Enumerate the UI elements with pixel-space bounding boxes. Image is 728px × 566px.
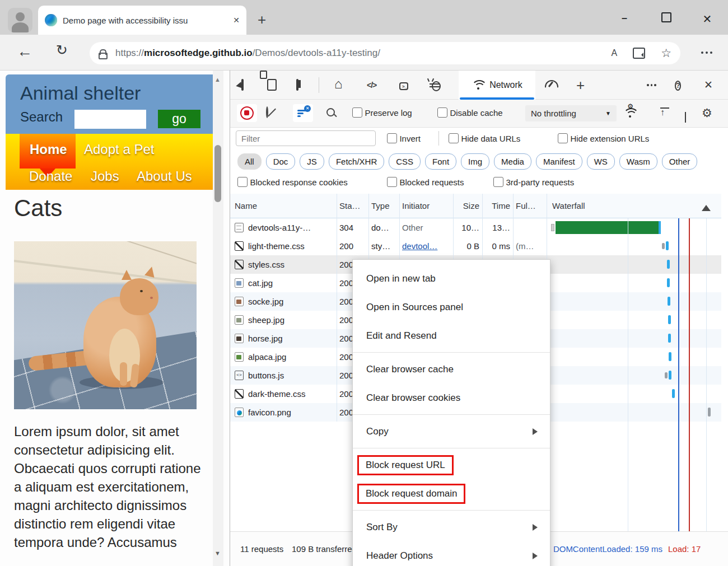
menu-item-clear-browser-cache[interactable]: Clear browser cache [353, 355, 550, 383]
column-header-waterfall[interactable]: Waterfall [552, 194, 720, 218]
browser-tab[interactable]: Demo page with accessibility issu ✕ [38, 6, 246, 35]
column-header-time[interactable]: Time [485, 194, 510, 218]
filter-pill-img[interactable]: Img [461, 153, 489, 170]
nav-link-jobs[interactable]: Jobs [91, 169, 119, 184]
user-avatar[interactable] [8, 8, 32, 32]
waterfall-wait-tick [662, 243, 665, 249]
read-aloud-icon[interactable]: A [612, 48, 618, 58]
menu-item-open-in-new-tab[interactable]: Open in new tab [353, 264, 550, 293]
refresh-button[interactable]: ↻ [56, 42, 68, 58]
blocked-requests-checkbox[interactable]: Blocked requests [387, 177, 464, 188]
cell-full [516, 218, 545, 237]
nav-link-about-us[interactable]: About Us [137, 169, 192, 184]
window-titlebar: Demo page with accessibility issu ✕ + – … [0, 0, 728, 35]
search-input[interactable] [74, 110, 146, 129]
menu-item-open-in-sources-panel[interactable]: Open in Sources panel [353, 293, 550, 321]
help-icon[interactable]: ? [675, 80, 681, 91]
filter-pill-doc[interactable]: Doc [266, 153, 296, 170]
settings-gear-icon[interactable]: ⚙ [702, 106, 712, 120]
column-header-name[interactable]: Name [235, 194, 334, 218]
filter-pill-manifest[interactable]: Manifest [536, 153, 582, 170]
menu-item-header-options[interactable]: Header Options [353, 541, 550, 566]
blocked-response-cookies-checkbox[interactable]: Blocked response cookies [237, 177, 348, 188]
cell-status: 200 [339, 237, 366, 255]
filter-pill-font[interactable]: Font [425, 153, 456, 170]
activity-bar-icon[interactable] [296, 80, 298, 90]
submenu-arrow-icon [533, 553, 541, 559]
menu-item-block-request-domain[interactable]: Block request domain [353, 479, 550, 508]
export-har-icon[interactable] [685, 112, 686, 122]
filter-pill-fetch-xhr[interactable]: Fetch/XHR [329, 153, 384, 170]
nav-link-adopt-a-pet[interactable]: Adopt a Pet [84, 142, 154, 157]
column-header-size[interactable]: Size [454, 194, 479, 218]
waterfall-tick [668, 334, 671, 343]
more-tools-icon[interactable] [647, 84, 656, 86]
record-button[interactable] [237, 104, 257, 122]
new-tab-button[interactable]: + [258, 13, 266, 26]
tab-network[interactable]: Network [459, 71, 535, 100]
filter-pill-wasm[interactable]: Wasm [619, 153, 657, 170]
menu-item-clear-browser-cookies[interactable]: Clear browser cookies [353, 383, 550, 412]
disable-cache-checkbox[interactable]: Disable cache [437, 107, 503, 118]
minimize-button[interactable]: – [616, 12, 633, 24]
close-devtools-icon[interactable]: ✕ [704, 78, 713, 91]
image-file-icon [235, 315, 244, 325]
nav-link-home[interactable]: Home [30, 142, 67, 157]
column-header-status[interactable]: Sta… [339, 194, 366, 218]
initiator-link[interactable]: devtool… [402, 241, 437, 251]
invert-checkbox[interactable]: Invert [387, 133, 421, 144]
console-panel-icon[interactable]: >_ [399, 80, 408, 90]
go-button[interactable]: go [158, 110, 200, 128]
close-window-button[interactable]: ✕ [699, 12, 716, 26]
sort-ascending-icon[interactable] [702, 200, 711, 211]
menu-item-block-request-url[interactable]: Block request URL [353, 451, 550, 479]
home-panel-icon[interactable]: ⌂ [334, 78, 343, 90]
menu-item-sort-by[interactable]: Sort By [353, 513, 550, 541]
maximize-button[interactable] [658, 12, 675, 25]
throttling-select[interactable]: No throttling ▼ [525, 105, 617, 121]
tab-close-icon[interactable]: ✕ [233, 16, 240, 25]
address-bar[interactable]: https://microsoftedge.github.io/Demos/de… [90, 42, 680, 64]
filter-input[interactable] [236, 130, 376, 146]
add-panel-icon[interactable]: + [576, 77, 585, 94]
filter-pill-css[interactable]: CSS [389, 153, 421, 170]
clear-icon[interactable] [266, 107, 268, 118]
red-highlight-box: Block request domain [357, 484, 465, 504]
immersive-reader-icon[interactable] [633, 48, 645, 59]
filter-toggle-button[interactable]: ✕ [293, 104, 313, 122]
filter-pill-ws[interactable]: WS [587, 153, 615, 170]
scroll-up-icon[interactable]: ▲ [214, 76, 221, 83]
table-row-devtools-a11y[interactable]: devtools-a11y-…304do…Other10…13… [230, 218, 721, 237]
favorites-star-icon[interactable]: ☆ [661, 46, 671, 60]
scrollbar-thumb[interactable] [214, 145, 221, 202]
nav-link-donate[interactable]: Donate [29, 169, 72, 184]
filter-pill-all[interactable]: All [237, 153, 262, 170]
waterfall-tick [667, 260, 670, 269]
3rd-party-requests-checkbox[interactable]: 3rd-party requests [493, 177, 574, 188]
filter-pill-other[interactable]: Other [662, 153, 698, 170]
sources-panel-icon[interactable]: </> [367, 81, 376, 90]
table-row-light-theme-css[interactable]: light-theme.css200sty…devtool…0 B0 ms(m… [230, 237, 721, 255]
nav-item-home[interactable]: Home [20, 134, 76, 169]
script-file-icon: <> [235, 371, 244, 380]
column-header-full[interactable]: Ful… [516, 194, 545, 218]
hide-extension-urls-checkbox[interactable]: Hide extension URLs [558, 133, 649, 144]
url-host: microsoftedge.github.io [144, 48, 253, 58]
preserve-log-checkbox[interactable]: Preserve log [352, 107, 412, 118]
type-filter-pills: AllDocJSFetch/XHRCSSFontImgMediaManifest… [230, 150, 728, 172]
back-button[interactable]: ← [17, 43, 32, 60]
filter-pill-media[interactable]: Media [494, 153, 531, 170]
menu-item-edit-and-resend[interactable]: Edit and Resend [353, 321, 550, 350]
menu-item-copy[interactable]: Copy [353, 417, 550, 446]
table-header[interactable]: NameSta…TypeInitiatorSizeTimeFul…Waterfa… [230, 194, 728, 218]
page-scrollbar[interactable]: ▲ ▼ [213, 71, 223, 566]
inspect-tool-icon[interactable] [241, 80, 244, 90]
hide-data-urls-checkbox[interactable]: Hide data URLs [449, 133, 520, 144]
scroll-down-icon[interactable]: ▼ [214, 550, 221, 556]
column-header-type[interactable]: Type [371, 194, 397, 218]
cell-name: light-theme.css [248, 237, 334, 255]
column-header-initiator[interactable]: Initiator [402, 194, 451, 218]
filter-pill-js[interactable]: JS [300, 153, 324, 170]
browser-menu-icon[interactable] [701, 52, 712, 54]
waterfall-wait-tick [665, 372, 668, 378]
